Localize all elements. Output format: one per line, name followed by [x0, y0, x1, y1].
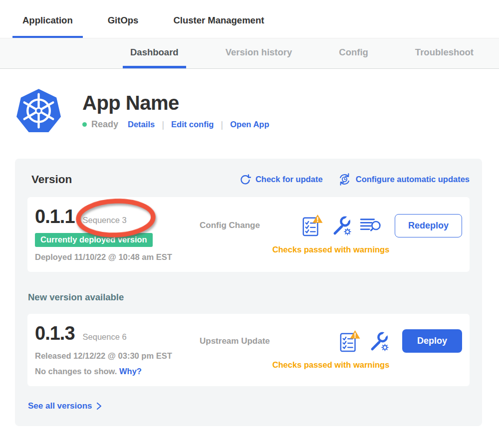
check-for-update-label: Check for update: [255, 175, 323, 184]
version-section: Version Check for update Configure: [15, 159, 482, 426]
check-for-update-link[interactable]: Check for update: [240, 174, 323, 185]
preflight-checks-icon[interactable]: [339, 330, 360, 353]
tab-application[interactable]: Application: [12, 15, 83, 38]
status-ready-dot-icon: [82, 122, 87, 127]
tab-gitops[interactable]: GitOps: [98, 15, 149, 38]
refresh-icon: [240, 174, 251, 185]
released-timestamp: Released 12/12/22 @ 03:30 pm EST: [35, 351, 200, 361]
link-divider: |: [221, 119, 223, 130]
version-type-label: Config Change: [200, 221, 260, 230]
available-version-info: 0.1.3 Sequence 6 Released 12/12/22 @ 03:…: [35, 323, 200, 376]
primary-nav: Application GitOps Cluster Management: [0, 0, 499, 38]
open-app-link[interactable]: Open App: [230, 120, 269, 129]
tab-config[interactable]: Config: [331, 47, 376, 68]
config-wrench-gear-icon[interactable]: [368, 331, 389, 352]
tab-troubleshoot[interactable]: Troubleshoot: [408, 47, 481, 68]
redeploy-button[interactable]: Redeploy: [395, 214, 462, 237]
app-subnav: Dashboard Version history Config Trouble…: [0, 38, 499, 69]
app-header: App Name Ready Details | Edit config | O…: [15, 85, 499, 137]
app-status-label: Ready: [91, 119, 118, 130]
app-status-row: Ready Details | Edit config | Open App: [82, 119, 269, 130]
configure-auto-updates-label: Configure automatic updates: [356, 175, 470, 184]
config-wrench-gear-icon[interactable]: [331, 215, 352, 236]
link-divider: |: [162, 119, 164, 130]
details-link[interactable]: Details: [128, 120, 155, 129]
chevron-right-icon: [96, 402, 102, 410]
version-section-header: Version Check for update Configure: [27, 173, 470, 186]
deploy-button[interactable]: Deploy: [402, 329, 462, 353]
no-changes-label: No changes to show.: [35, 367, 117, 376]
version-type-label: Upstream Update: [200, 336, 270, 346]
version-action-icons: [302, 214, 382, 237]
available-version-number: 0.1.3: [35, 323, 75, 344]
no-changes-row: No changes to show. Why?: [35, 367, 200, 376]
kubernetes-logo-icon: [15, 85, 62, 137]
current-version-actions: Config Change: [200, 214, 462, 254]
see-all-versions-label: See all versions: [28, 401, 92, 411]
deployed-version-badge: Currently deployed version: [35, 233, 153, 247]
see-all-versions-link[interactable]: See all versions: [28, 401, 102, 411]
version-number-row: 0.1.3 Sequence 6: [35, 323, 200, 344]
preflight-result-text: Checks passed with warnings: [200, 360, 462, 370]
current-version-info: 0.1.1 Sequence 3 Currently deployed vers…: [35, 206, 200, 262]
current-version-card: 0.1.1 Sequence 3 Currently deployed vers…: [27, 197, 470, 272]
deployed-timestamp: Deployed 11/10/22 @ 10:48 am EST: [35, 252, 200, 262]
preflight-result-text: Checks passed with warnings: [200, 245, 462, 254]
view-files-icon[interactable]: [360, 217, 382, 234]
why-link[interactable]: Why?: [119, 367, 142, 376]
tab-cluster-management[interactable]: Cluster Management: [163, 15, 274, 38]
version-action-icons: [339, 330, 389, 353]
available-sequence-label: Sequence 6: [83, 332, 127, 342]
available-version-actions: Upstream Update: [200, 329, 462, 370]
tab-dashboard[interactable]: Dashboard: [123, 47, 186, 68]
app-name: App Name: [82, 92, 269, 114]
tab-version-history[interactable]: Version history: [218, 47, 300, 68]
version-section-title: Version: [31, 173, 72, 186]
available-version-card: 0.1.3 Sequence 6 Released 12/12/22 @ 03:…: [27, 314, 470, 386]
version-header-actions: Check for update Configure automatic upd…: [240, 173, 470, 186]
current-version-number: 0.1.1: [35, 206, 75, 227]
version-number-row: 0.1.1 Sequence 3: [35, 206, 200, 227]
auto-update-clock-icon: [338, 173, 351, 186]
edit-config-link[interactable]: Edit config: [171, 120, 214, 129]
app-header-text: App Name Ready Details | Edit config | O…: [82, 92, 269, 130]
preflight-checks-icon[interactable]: [302, 214, 323, 237]
current-sequence-label: Sequence 3: [83, 216, 127, 225]
configure-auto-updates-link[interactable]: Configure automatic updates: [338, 173, 470, 186]
new-version-available-label: New version available: [28, 292, 470, 303]
